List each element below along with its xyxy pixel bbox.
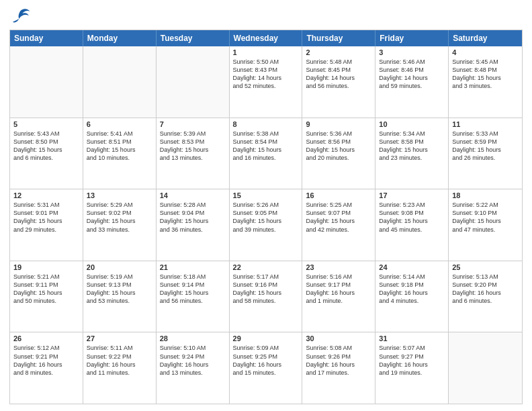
cell-info: Sunrise: 5:18 AMSunset: 9:14 PMDaylight:… [160,273,226,306]
day-number: 7 [160,120,226,128]
calendar-cell: 7Sunrise: 5:39 AMSunset: 8:53 PMDaylight… [157,118,230,189]
calendar-cell: 10Sunrise: 5:34 AMSunset: 8:58 PMDayligh… [375,118,449,189]
calendar-cell: 26Sunrise: 5:12 AMSunset: 9:21 PMDayligh… [10,332,83,404]
calendar-cell: 24Sunrise: 5:14 AMSunset: 9:18 PMDayligh… [375,261,449,332]
cell-info: Sunrise: 5:08 AMSunset: 9:26 PMDaylight:… [306,344,371,377]
cell-info: Sunrise: 5:16 AMSunset: 9:17 PMDaylight:… [306,273,371,306]
calendar-body: 1Sunrise: 5:50 AMSunset: 8:43 PMDaylight… [10,46,522,404]
day-number: 20 [87,263,152,271]
cell-info: Sunrise: 5:41 AMSunset: 8:51 PMDaylight:… [87,130,152,163]
calendar-cell: 30Sunrise: 5:08 AMSunset: 9:26 PMDayligh… [302,332,375,404]
day-number: 27 [87,334,152,342]
calendar-cell: 29Sunrise: 5:09 AMSunset: 9:25 PMDayligh… [230,332,303,404]
cell-info: Sunrise: 5:45 AMSunset: 8:48 PMDaylight:… [452,58,519,91]
weekday-header-monday: Monday [83,30,157,46]
cell-info: Sunrise: 5:13 AMSunset: 9:20 PMDaylight:… [452,273,519,306]
day-number: 15 [233,191,299,199]
cell-info: Sunrise: 5:29 AMSunset: 9:02 PMDaylight:… [87,201,152,234]
calendar-cell: 27Sunrise: 5:11 AMSunset: 9:22 PMDayligh… [83,332,157,404]
calendar-week-5: 26Sunrise: 5:12 AMSunset: 9:21 PMDayligh… [10,332,522,404]
cell-info: Sunrise: 5:11 AMSunset: 9:22 PMDaylight:… [87,344,152,377]
calendar-cell: 21Sunrise: 5:18 AMSunset: 9:14 PMDayligh… [157,261,230,332]
day-number: 13 [87,191,152,199]
calendar-cell: 5Sunrise: 5:43 AMSunset: 8:50 PMDaylight… [10,118,83,189]
calendar-cell: 11Sunrise: 5:33 AMSunset: 8:59 PMDayligh… [449,118,522,189]
calendar-cell [83,46,157,118]
day-number: 18 [452,191,519,199]
cell-info: Sunrise: 5:09 AMSunset: 9:25 PMDaylight:… [233,344,299,377]
day-number: 3 [379,48,445,56]
calendar-cell [10,46,83,118]
day-number: 1 [233,48,299,56]
day-number: 9 [306,120,371,128]
cell-info: Sunrise: 5:26 AMSunset: 9:05 PMDaylight:… [233,201,299,234]
day-number: 31 [379,334,445,342]
cell-info: Sunrise: 5:14 AMSunset: 9:18 PMDaylight:… [379,273,445,306]
calendar-cell: 9Sunrise: 5:36 AMSunset: 8:56 PMDaylight… [302,118,375,189]
calendar-cell: 13Sunrise: 5:29 AMSunset: 9:02 PMDayligh… [83,189,157,261]
calendar-cell: 1Sunrise: 5:50 AMSunset: 8:43 PMDaylight… [230,46,303,118]
weekday-header-thursday: Thursday [302,30,375,46]
day-number: 12 [13,191,79,199]
day-number: 28 [160,334,226,342]
cell-info: Sunrise: 5:21 AMSunset: 9:11 PMDaylight:… [13,273,79,306]
weekday-header-friday: Friday [375,30,449,46]
cell-info: Sunrise: 5:22 AMSunset: 9:10 PMDaylight:… [452,201,519,234]
day-number: 21 [160,263,226,271]
cell-info: Sunrise: 5:39 AMSunset: 8:53 PMDaylight:… [160,130,226,163]
calendar-cell: 15Sunrise: 5:26 AMSunset: 9:05 PMDayligh… [230,189,303,261]
day-number: 30 [306,334,371,342]
calendar-week-4: 19Sunrise: 5:21 AMSunset: 9:11 PMDayligh… [10,261,522,332]
day-number: 10 [379,120,445,128]
calendar-cell: 31Sunrise: 5:07 AMSunset: 9:27 PMDayligh… [375,332,449,404]
cell-info: Sunrise: 5:50 AMSunset: 8:43 PMDaylight:… [233,58,299,91]
cell-info: Sunrise: 5:46 AMSunset: 8:46 PMDaylight:… [379,58,445,91]
calendar-week-1: 1Sunrise: 5:50 AMSunset: 8:43 PMDaylight… [10,46,522,118]
day-number: 22 [233,263,299,271]
cell-info: Sunrise: 5:43 AMSunset: 8:50 PMDaylight:… [13,130,79,163]
day-number: 8 [233,120,299,128]
calendar-cell: 6Sunrise: 5:41 AMSunset: 8:51 PMDaylight… [83,118,157,189]
day-number: 14 [160,191,226,199]
weekday-header-saturday: Saturday [449,30,522,46]
day-number: 2 [306,48,371,56]
weekday-header-wednesday: Wednesday [230,30,303,46]
weekday-header-tuesday: Tuesday [157,30,230,46]
calendar-cell: 2Sunrise: 5:48 AMSunset: 8:45 PMDaylight… [302,46,375,118]
calendar-cell: 19Sunrise: 5:21 AMSunset: 9:11 PMDayligh… [10,261,83,332]
day-number: 4 [452,48,519,56]
day-number: 5 [13,120,79,128]
calendar-cell: 16Sunrise: 5:25 AMSunset: 9:07 PMDayligh… [302,189,375,261]
day-number: 6 [87,120,152,128]
logo [9,7,32,26]
calendar-cell: 8Sunrise: 5:38 AMSunset: 8:54 PMDaylight… [230,118,303,189]
day-number: 26 [13,334,79,342]
logo-bird-icon [9,7,31,26]
calendar-cell [157,46,230,118]
calendar-grid: SundayMondayTuesdayWednesdayThursdayFrid… [9,30,523,404]
cell-info: Sunrise: 5:25 AMSunset: 9:07 PMDaylight:… [306,201,371,234]
day-number: 11 [452,120,519,128]
calendar-header-row: SundayMondayTuesdayWednesdayThursdayFrid… [10,30,522,46]
cell-info: Sunrise: 5:23 AMSunset: 9:08 PMDaylight:… [379,201,445,234]
calendar-cell: 28Sunrise: 5:10 AMSunset: 9:24 PMDayligh… [157,332,230,404]
page-header [9,7,523,26]
day-number: 23 [306,263,371,271]
calendar-cell: 18Sunrise: 5:22 AMSunset: 9:10 PMDayligh… [449,189,522,261]
calendar-cell: 20Sunrise: 5:19 AMSunset: 9:13 PMDayligh… [83,261,157,332]
weekday-header-sunday: Sunday [10,30,83,46]
calendar-cell [449,332,522,404]
calendar-cell: 25Sunrise: 5:13 AMSunset: 9:20 PMDayligh… [449,261,522,332]
cell-info: Sunrise: 5:38 AMSunset: 8:54 PMDaylight:… [233,130,299,163]
calendar-week-2: 5Sunrise: 5:43 AMSunset: 8:50 PMDaylight… [10,118,522,189]
cell-info: Sunrise: 5:31 AMSunset: 9:01 PMDaylight:… [13,201,79,234]
day-number: 19 [13,263,79,271]
cell-info: Sunrise: 5:28 AMSunset: 9:04 PMDaylight:… [160,201,226,234]
calendar-cell: 14Sunrise: 5:28 AMSunset: 9:04 PMDayligh… [157,189,230,261]
day-number: 16 [306,191,371,199]
cell-info: Sunrise: 5:48 AMSunset: 8:45 PMDaylight:… [306,58,371,91]
cell-info: Sunrise: 5:10 AMSunset: 9:24 PMDaylight:… [160,344,226,377]
calendar-week-3: 12Sunrise: 5:31 AMSunset: 9:01 PMDayligh… [10,189,522,261]
calendar-cell: 22Sunrise: 5:17 AMSunset: 9:16 PMDayligh… [230,261,303,332]
cell-info: Sunrise: 5:34 AMSunset: 8:58 PMDaylight:… [379,130,445,163]
